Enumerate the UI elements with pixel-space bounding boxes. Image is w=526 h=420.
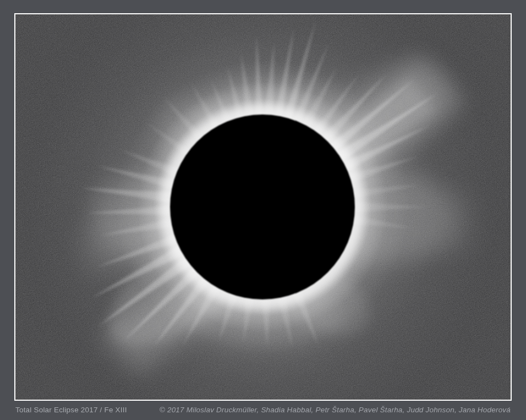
moon-disk [170, 114, 355, 299]
photo-credit: © 2017 Miloslav Druckmüller, Shadia Habb… [160, 406, 511, 414]
photo-frame [14, 13, 512, 401]
caption-bar: Total Solar Eclipse 2017 / Fe XIII © 201… [15, 402, 511, 417]
eclipse-photo [15, 14, 511, 400]
photo-title: Total Solar Eclipse 2017 / Fe XIII [15, 406, 127, 414]
